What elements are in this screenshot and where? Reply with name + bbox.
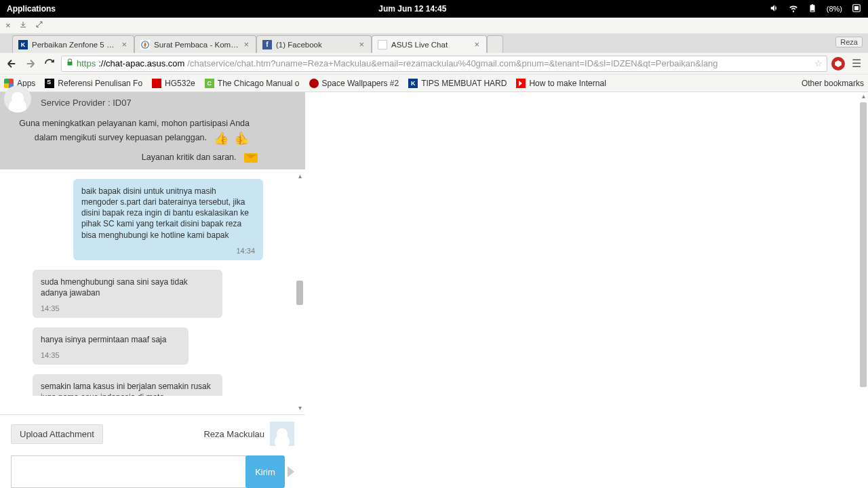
tab-asus-chat[interactable]: ASUS Live Chat ×: [372, 35, 487, 53]
feedback-text: Layanan kritik dan saran.: [142, 152, 237, 162]
url-host: ://chat-apac.asus.com: [98, 58, 184, 68]
feedback-row: Layanan kritik dan saran.: [8, 152, 297, 163]
scroll-thumb[interactable]: [860, 102, 867, 387]
chat-header: Service Provider : ID07 Guna meningkatka…: [0, 92, 305, 169]
window-minimize-icon[interactable]: [19, 20, 27, 30]
current-user-name: Reza Mackulau: [203, 429, 264, 439]
tab-close-icon[interactable]: ×: [121, 39, 127, 49]
tab-label: Perbaikan Zenfone 5 di AS: [32, 41, 117, 49]
bookmark-favicon-icon: K: [408, 79, 418, 88]
page-blank-area: ▴: [305, 92, 868, 488]
agent-avatar-icon: [4, 85, 31, 113]
browser-menu-icon[interactable]: ☰: [849, 57, 864, 70]
battery-percent: (8%): [827, 5, 842, 13]
bookmark-label: HG532e: [165, 79, 195, 88]
lock-icon: [66, 58, 74, 68]
chat-messages: baik bapak disini untuk unitnya masih me…: [0, 169, 305, 414]
scroll-thumb[interactable]: [296, 281, 303, 305]
browser-tabstrip: K Perbaikan Zenfone 5 di AS × Surat Pemb…: [0, 34, 868, 53]
bookmark-item[interactable]: Space Wallpapers #2: [309, 79, 399, 88]
message-time: 14:34: [81, 246, 255, 256]
user-avatar-icon: [270, 422, 294, 446]
back-button[interactable]: [4, 56, 19, 71]
chat-panel: Service Provider : ID07 Guna meningkatka…: [0, 92, 305, 488]
window-close-icon[interactable]: ×: [5, 20, 11, 30]
scroll-up-icon[interactable]: ▴: [296, 172, 304, 180]
bookmark-item[interactable]: KTIPS MEMBUAT HARD: [408, 79, 507, 88]
bookmark-favicon-icon: [309, 79, 319, 88]
mail-icon[interactable]: [244, 153, 258, 163]
window-controls: ×: [0, 18, 868, 34]
message-text: baik bapak disini untuk unitnya masih me…: [81, 186, 255, 241]
profile-badge[interactable]: Reza: [835, 37, 863, 47]
chat-scrollbar[interactable]: ▴ ▾: [296, 172, 304, 411]
bookmark-favicon-icon: [45, 79, 54, 88]
tab-perbaikan[interactable]: K Perbaikan Zenfone 5 di AS ×: [12, 35, 134, 53]
bookmark-favicon-icon: [516, 79, 526, 88]
bookmark-label: Space Wallpapers #2: [322, 79, 399, 88]
wifi-icon[interactable]: [789, 3, 798, 15]
message-user: hanya isinya permintaan maaf saja 14:35: [33, 327, 189, 365]
system-menu-icon[interactable]: [852, 3, 861, 15]
scroll-up-icon[interactable]: ▴: [862, 92, 865, 100]
tab-label: ASUS Live Chat: [391, 41, 470, 49]
survey-text: Guna meningkatkan pelayanan kami, mohon …: [8, 117, 297, 147]
bookmark-item[interactable]: CThe Chicago Manual o: [205, 79, 300, 88]
volume-icon[interactable]: [770, 3, 779, 15]
forward-button[interactable]: [23, 56, 38, 71]
scroll-down-icon[interactable]: ▾: [296, 404, 304, 411]
page-content: Service Provider : ID07 Guna meningkatka…: [0, 92, 868, 488]
page-scrollbar[interactable]: ▴: [859, 92, 868, 488]
chat-footer: Upload Attachment Reza Mackulau Kirim: [0, 414, 305, 488]
address-bar[interactable]: https://chat-apac.asus.com/chatservice/c…: [61, 56, 827, 72]
bookmark-item[interactable]: How to make Internal: [516, 79, 606, 88]
message-input[interactable]: [11, 455, 248, 488]
extension-adblock-icon[interactable]: [831, 57, 845, 70]
url-protocol: https: [77, 58, 96, 68]
bookmark-item[interactable]: Referensi Penulisan Fo: [45, 79, 142, 88]
reload-button[interactable]: [42, 56, 57, 71]
new-tab-button[interactable]: [487, 35, 503, 53]
tab-kompas[interactable]: Surat Pembaca - Kompas ×: [134, 35, 256, 53]
favicon-page-icon: [378, 40, 387, 49]
bookmark-item[interactable]: HG532e: [152, 79, 195, 88]
favicon-kaskus-icon: K: [18, 40, 28, 49]
bookmark-star-icon[interactable]: ☆: [814, 58, 823, 68]
tab-close-icon[interactable]: ×: [243, 39, 249, 49]
other-bookmarks[interactable]: Other bookmarks: [798, 79, 864, 88]
tab-label: Surat Pembaca - Kompas: [154, 41, 239, 49]
clock[interactable]: Jum Jun 12 14:45: [378, 4, 446, 14]
message-time: 14:35: [41, 350, 180, 361]
svg-marker-3: [835, 60, 842, 67]
send-button[interactable]: Kirim: [245, 455, 285, 488]
tab-facebook[interactable]: f (1) Facebook ×: [256, 35, 372, 53]
svg-rect-1: [854, 6, 859, 10]
message-text: suda hmenghubungi sana sini saya tidak a…: [41, 277, 214, 298]
bookmarks-bar: Apps Referensi Penulisan Fo HG532e CThe …: [0, 75, 868, 92]
bookmark-favicon-icon: [152, 79, 161, 88]
favicon-kompas-icon: [140, 40, 150, 49]
service-provider: Service Provider : ID07: [8, 98, 297, 108]
bookmark-label: TIPS MEMBUAT HARD: [421, 79, 507, 88]
window-maximize-icon[interactable]: [35, 20, 43, 30]
message-time: 14:35: [41, 304, 214, 314]
speech-pointer-icon: [288, 466, 294, 477]
browser-toolbar: https://chat-apac.asus.com/chatservice/c…: [0, 53, 868, 75]
os-topbar: Applications Jum Jun 12 14:45 (8%): [0, 0, 868, 18]
bookmark-label: Referensi Penulisan Fo: [58, 79, 142, 88]
bookmark-label: The Chicago Manual o: [218, 79, 300, 88]
message-user: semakin lama kasus ini berjalan semakin …: [33, 374, 222, 396]
message-text: hanya isinya permintaan maaf saja: [41, 334, 180, 345]
tab-close-icon[interactable]: ×: [474, 39, 479, 49]
upload-attachment-button[interactable]: Upload Attachment: [11, 424, 103, 444]
thumbs-up-icon[interactable]: 👍: [214, 129, 229, 147]
favicon-facebook-icon: f: [262, 40, 272, 49]
url-path: /chatservice/chat.htm?uname=Reza+Mackula…: [187, 58, 717, 68]
tab-close-icon[interactable]: ×: [359, 39, 364, 49]
battery-icon[interactable]: [808, 3, 817, 15]
message-text: semakin lama kasus ini berjalan semakin …: [41, 381, 214, 396]
message-user: suda hmenghubungi sana sini saya tidak a…: [33, 270, 222, 318]
applications-menu[interactable]: Applications: [7, 4, 56, 14]
bookmark-favicon-icon: C: [205, 79, 214, 88]
thumbs-down-icon[interactable]: 👎: [235, 129, 250, 147]
